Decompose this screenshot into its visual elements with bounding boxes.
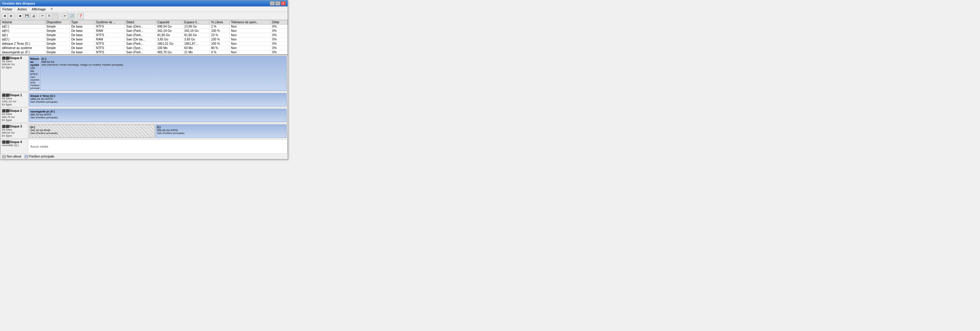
toolbar-sep1 xyxy=(16,13,16,19)
disk-type: De base xyxy=(2,97,27,100)
cell-layout: Simple xyxy=(45,50,70,54)
disk-info-disk2: ⬛⬛Disque 2 De base 465,76 Go En ligne xyxy=(1,108,28,123)
partition-size: 465,76 Go NTFS xyxy=(30,113,285,116)
toolbar-help[interactable]: ❓ xyxy=(78,13,84,19)
cell-free: 1861,87 ... xyxy=(183,42,210,46)
disk-size: 698,64 Go xyxy=(2,131,27,134)
cell-layout: Simple xyxy=(45,46,70,50)
toolbar-btn4[interactable]: ✂ xyxy=(40,13,46,19)
partition-name: sauvegarde pc (F:) xyxy=(30,110,285,113)
partition[interactable]: (H:) 342,19 Go RAW Sain (Partition princ… xyxy=(29,125,155,138)
toolbar: ◄ ► ■ 💾 🖨 ✂ ⎘ 📋 ↩ 🔄 ❓ xyxy=(0,12,288,20)
menu-fichier[interactable]: Fichier xyxy=(2,7,13,11)
table-row[interactable]: ⊟disque 2 Teras (G:) Simple De base NTFS… xyxy=(1,42,288,46)
partition-size: 100 Mo NTFS xyxy=(30,67,38,76)
disk-area-content[interactable]: ⬛⬛Disque 0 De base 698,84 Go En ligne Ré… xyxy=(0,55,288,154)
title-bar-controls: ─ □ ✕ xyxy=(270,1,286,5)
maximize-button[interactable]: □ xyxy=(275,1,280,5)
col-header-capacity[interactable]: Capacité xyxy=(156,20,183,24)
cell-volume: ⊟(O:) xyxy=(1,37,45,42)
col-header-status[interactable]: Statut xyxy=(125,20,156,24)
close-button[interactable]: ✕ xyxy=(281,1,286,5)
partition-size: 698,54 Go xyxy=(41,61,285,64)
disk-type: De base xyxy=(2,60,27,63)
cell-pct: 100 % xyxy=(210,42,230,46)
cell-volume: ⊟sauvegarde pc (F:) xyxy=(1,50,45,54)
cell-fault: Non xyxy=(230,37,271,42)
disk-info-disk0: ⬛⬛Disque 0 De base 698,84 Go En ligne xyxy=(1,56,28,91)
disk-name: ⬛⬛Disque 1 xyxy=(2,93,27,97)
table-row[interactable]: ⊟(O:) Simple De base RAW Sain (De ba... … xyxy=(1,37,288,42)
volume-table: Volume Disposition Type Système de ... S… xyxy=(0,20,288,54)
cell-delay: 0% xyxy=(271,33,287,37)
cell-fault: Non xyxy=(230,33,271,37)
cell-capacity: 698,54 Go xyxy=(156,24,183,29)
col-header-type[interactable]: Type xyxy=(70,20,95,24)
col-header-delay[interactable]: Délai xyxy=(271,20,287,24)
partition[interactable]: sauvegarde pc (F:) 465,76 Go NTFS Sain (… xyxy=(29,109,286,122)
toolbar-forward[interactable]: ► xyxy=(8,13,14,19)
menu-action[interactable]: Action xyxy=(16,7,28,11)
disk-size: 465,76 Go xyxy=(2,115,27,118)
minimize-button[interactable]: ─ xyxy=(270,1,275,5)
cell-free: 60 Mo xyxy=(183,46,210,50)
table-row[interactable]: ⊟sauvegarde pc (F:) Simple De base NTFS … xyxy=(1,50,288,54)
cell-layout: Simple xyxy=(45,37,70,42)
partition[interactable]: (I:) 356,45 Go NTFS Sain (Partition prin… xyxy=(156,125,286,138)
cell-delay: 0% xyxy=(271,46,287,50)
partition[interactable]: (C:) 698,54 Go Sain (Démarrer, Fichier d… xyxy=(40,56,286,91)
disk-partitions-disk3: (H:) 342,19 Go RAW Sain (Partition princ… xyxy=(28,124,287,138)
disk-info-disk3: ⬛⬛Disque 3 De base 698,64 Go En ligne xyxy=(1,124,28,138)
menu-help[interactable]: ? xyxy=(49,7,53,11)
disk-status: En ligne xyxy=(2,103,27,106)
table-row[interactable]: ⊟(I:) Simple De base NTFS Sain (Parti...… xyxy=(1,33,288,37)
cell-status: Sain (Dém... xyxy=(125,24,156,29)
disk-name: ⬛⬛Disque 0 xyxy=(2,56,27,60)
cell-type: De base xyxy=(70,29,95,33)
cell-fault: Non xyxy=(230,24,271,29)
legend-primary-label: Partition principale xyxy=(29,155,54,158)
cell-delay: 0% xyxy=(271,37,287,42)
disk-partitions-disk4: Aucun média xyxy=(28,139,287,154)
cell-capacity: 1861,01 Go xyxy=(156,42,183,46)
partition[interactable]: disque 2 Teras (G:) 1861,01 Go NTFS Sain… xyxy=(29,93,286,106)
cell-type: De base xyxy=(70,50,95,54)
cell-pct: 23 % xyxy=(210,33,230,37)
toolbar-btn3[interactable]: 🖨 xyxy=(30,13,37,19)
col-header-fault[interactable]: Tolérance de pann... xyxy=(230,20,271,24)
partition-size: 1861,01 Go NTFS xyxy=(30,98,285,101)
partition[interactable]: Réservé au système 100 Mo NTFS Sain (Sys… xyxy=(29,56,40,91)
toolbar-btn7[interactable]: ↩ xyxy=(62,13,68,19)
col-header-fs[interactable]: Système de ... xyxy=(95,20,125,24)
cell-free: 342,19 Go xyxy=(183,29,210,33)
toolbar-refresh[interactable]: 🔄 xyxy=(68,13,75,19)
col-header-pctfree[interactable]: % Libres xyxy=(210,20,230,24)
cell-fs: RAW xyxy=(95,37,125,42)
cell-capacity: 3,65 Go xyxy=(156,37,183,42)
cell-type: De base xyxy=(70,42,95,46)
toolbar-sep2 xyxy=(38,13,38,19)
toolbar-btn1[interactable]: ■ xyxy=(17,13,23,19)
disk-partitions-disk0: Réservé au système 100 Mo NTFS Sain (Sys… xyxy=(28,56,287,91)
cell-fs: NTFS xyxy=(95,46,125,50)
col-header-volume[interactable]: Volume xyxy=(1,20,45,24)
cell-capacity: 342,19 Go xyxy=(156,29,183,33)
cell-fs: NTFS xyxy=(95,42,125,46)
col-header-free[interactable]: Espace li... xyxy=(183,20,210,24)
main-window: Gestion des disques ─ □ ✕ Fichier Action… xyxy=(0,0,288,159)
toolbar-btn2[interactable]: 💾 xyxy=(24,13,30,19)
table-row[interactable]: ⊟Réservé au système Simple De base NTFS … xyxy=(1,46,288,50)
disk-row: ⬛⬛Disque 2 De base 465,76 Go En ligne sa… xyxy=(0,108,288,123)
toolbar-btn6[interactable]: 📋 xyxy=(53,13,59,19)
toolbar-btn5[interactable]: ⎘ xyxy=(46,13,52,19)
main-content: Volume Disposition Type Système de ... S… xyxy=(0,20,288,159)
toolbar-back[interactable]: ◄ xyxy=(2,13,8,19)
menu-affichage[interactable]: Affichage xyxy=(31,7,47,11)
cell-volume: ⊟Réservé au système xyxy=(1,46,45,50)
table-row[interactable]: ⊟(C:) Simple De base NTFS Sain (Dém... 6… xyxy=(1,24,288,29)
cell-pct: 100 % xyxy=(210,29,230,33)
cell-pct: 100 % xyxy=(210,37,230,42)
col-header-layout[interactable]: Disposition xyxy=(45,20,70,24)
table-row[interactable]: ⊟(H:) Simple De base RAW Sain (Parti... … xyxy=(1,29,288,33)
disk-info-disk1: ⬛⬛Disque 1 De base 1861,02 Go En ligne xyxy=(1,93,28,107)
